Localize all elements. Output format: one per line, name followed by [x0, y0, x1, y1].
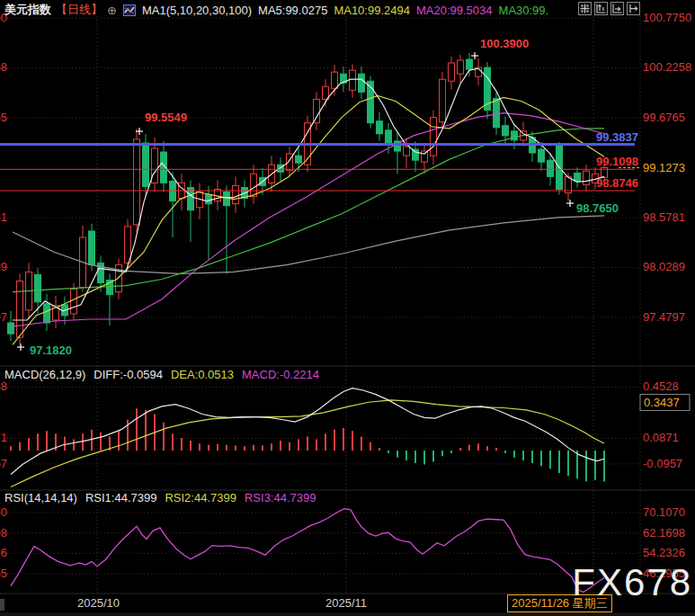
rsi-value-0: RSI(14,14,14)	[4, 491, 77, 504]
candle-body	[116, 264, 122, 291]
candle-body	[143, 143, 149, 187]
macd-value-2: DEA:0.0513	[171, 368, 234, 381]
candle-body	[449, 63, 455, 81]
rsi-y-label-left-clipped: 54.2326	[0, 546, 7, 559]
y-axis-label: 100.2258	[643, 60, 691, 74]
candle-body	[251, 174, 257, 196]
candle-body	[71, 290, 77, 314]
y-axis-label-left-clipped: 98.0289	[0, 260, 7, 273]
price-annotation	[17, 344, 24, 351]
chart-canvas[interactable]: 100.7750100.7750100.2258100.225899.67659…	[0, 0, 695, 616]
candle-body	[350, 70, 356, 90]
y-axis-label-left-clipped: 100.2258	[0, 60, 7, 74]
candle-body	[224, 192, 230, 206]
price-annotation	[471, 52, 478, 59]
macd-value-0: MACD(26,12,9)	[4, 368, 85, 381]
candle-body	[152, 148, 158, 183]
annotation-label: 99.5549	[145, 111, 187, 124]
candle-body	[404, 147, 410, 156]
rsi-value-3: RSI3:44.7399	[245, 491, 316, 504]
macd-value-3: MACD:-0.2214	[242, 368, 319, 381]
period-label: 【日线】	[56, 2, 102, 18]
ma3-value: MA20:99.5034	[416, 4, 493, 17]
x-axis-label: 2025/10	[77, 596, 120, 610]
macd-y-label-left-clipped: 0.0871	[0, 431, 7, 444]
y-axis-label: 98.5781	[643, 210, 685, 224]
y-axis-label: 99.6765	[643, 111, 685, 124]
rsi-y-label-left-clipped: 62.1698	[0, 526, 7, 540]
symbol-name: 美元指数	[4, 2, 51, 18]
chart-toolbar	[578, 2, 640, 15]
rsi-value-1: RSI1:44.7399	[85, 491, 157, 504]
rsi-y-label-left-clipped: 46.2955	[0, 567, 7, 580]
rsi-header: RSI(14,14,14)RSI1:44.7399RSI2:44.7399RSI…	[4, 491, 316, 504]
y-axis-label-left-clipped: 98.5781	[0, 210, 7, 224]
candle-body	[89, 231, 95, 264]
candle-body	[44, 304, 50, 323]
fit-vertical-axis-icon[interactable]	[594, 2, 608, 15]
candle-body	[17, 281, 23, 338]
candle-body	[431, 118, 437, 156]
alert-line-label: 99.1098	[596, 155, 638, 168]
candle-body	[584, 171, 590, 184]
y-axis-label-left-clipped: 99.6765	[0, 111, 7, 124]
ma4-value: MA30:99.	[499, 4, 549, 17]
current-price-label: 99.1273	[643, 161, 685, 174]
ma2-value: MA10:99.2494	[334, 4, 410, 17]
candle-body	[413, 149, 419, 160]
y-axis-label-left-clipped: 97.4797	[0, 310, 7, 324]
rsi-y-label: 62.1698	[643, 526, 685, 540]
macd-badge-value: 0.3437	[644, 396, 680, 409]
price-annotation	[566, 200, 574, 207]
chart-type-icon[interactable]	[123, 4, 136, 17]
candle-body	[575, 173, 581, 181]
candle-body	[386, 130, 392, 145]
circle-plus-icon[interactable]: ⊕	[107, 4, 117, 17]
candle-body	[314, 99, 320, 122]
macd-y-label: -0.0957	[643, 457, 682, 470]
y-axis-label: 97.4797	[643, 310, 685, 324]
candle-body	[440, 79, 446, 121]
candle-body	[377, 121, 383, 134]
candle-body	[458, 60, 464, 74]
watermark: FX678	[572, 561, 692, 604]
rsi-y-label: 54.2326	[643, 546, 685, 559]
candle-body	[35, 274, 41, 301]
alert-line-label: 98.8746	[596, 176, 638, 190]
chart-title-bar: 美元指数【日线】⊕MA1(5,10,20,30,100)MA5:99.0275M…	[4, 2, 548, 18]
x-axis-label: 2025/11	[325, 596, 367, 610]
candle-body	[134, 139, 140, 225]
y-axis-label: 98.0289	[643, 260, 685, 273]
rsi-y-label-left-clipped: 70.1070	[0, 505, 7, 519]
candle-body	[359, 74, 365, 92]
ma1-value: MA5:99.0275	[258, 4, 327, 17]
pan-crosshair-icon[interactable]	[578, 2, 592, 15]
macd-header: MACD(26,12,9)DIFF:-0.0594DEA:0.0513MACD:…	[4, 368, 319, 381]
candle-body	[8, 323, 14, 334]
candle-body	[503, 126, 509, 136]
jump-to-latest-icon[interactable]	[627, 2, 640, 15]
candle-body	[548, 160, 554, 176]
macd-y-label: 0.4528	[643, 379, 679, 393]
candle-body	[512, 131, 518, 140]
diff-line	[11, 388, 604, 475]
candle-body	[233, 185, 239, 203]
annotation-label: 97.1820	[30, 344, 72, 357]
alert-line-label: 99.3837	[596, 130, 638, 144]
candle-body	[206, 195, 212, 204]
macd-value-1: DIFF:-0.0594	[94, 368, 163, 381]
macd-y-label: 0.0871	[643, 431, 679, 444]
rsi-line	[11, 509, 604, 593]
candle-body	[332, 72, 338, 88]
macd-y-label-left-clipped: 0.4528	[0, 379, 7, 393]
rsi-y-label: 70.1070	[643, 505, 685, 519]
candle-body	[467, 59, 473, 69]
candle-body	[494, 98, 500, 127]
step-forward-icon[interactable]	[610, 2, 624, 15]
annotation-label: 100.3900	[480, 37, 529, 50]
y-axis-label: 100.7750	[643, 11, 691, 24]
candle-body	[539, 149, 545, 162]
macd-y-label-left-clipped: -0.0957	[0, 457, 7, 470]
rsi-value-2: RSI2:44.7399	[165, 491, 236, 504]
candle-body	[296, 156, 302, 163]
